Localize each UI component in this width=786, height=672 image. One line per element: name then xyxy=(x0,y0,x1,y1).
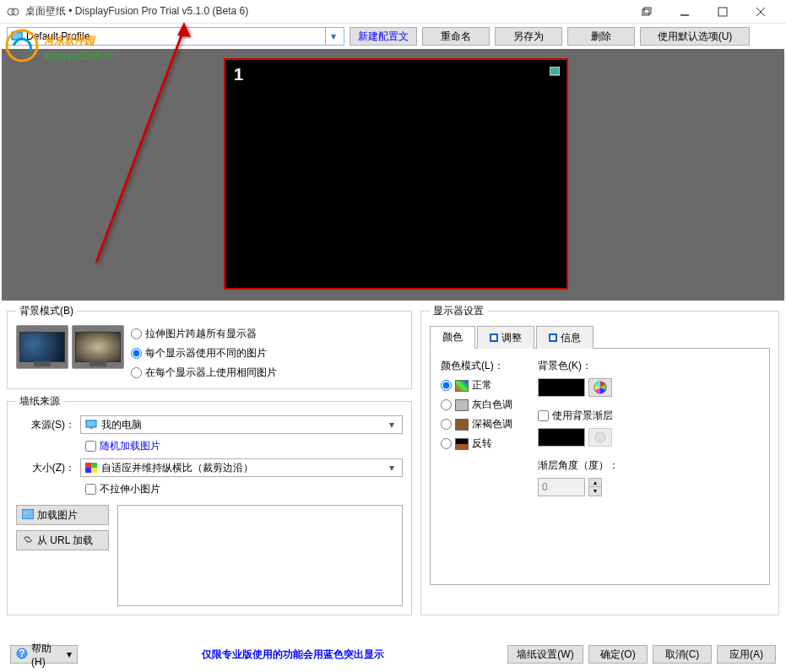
square-icon xyxy=(549,333,557,342)
load-url-button[interactable]: 从 URL 加载 xyxy=(16,530,109,550)
color-wheel-icon xyxy=(594,431,607,444)
profile-select[interactable]: ▾ xyxy=(7,27,344,46)
tab-content-color: 颜色模式(L)： 正常 灰白色调 深褐色调 反转 背景色(K)： 使用背景渐层 xyxy=(430,349,770,585)
fit-icon xyxy=(84,462,98,474)
monitor-preview[interactable]: 1 xyxy=(224,58,568,290)
svg-point-24 xyxy=(595,432,605,442)
close-button[interactable] xyxy=(741,0,779,24)
maximize-button[interactable] xyxy=(703,0,741,24)
svg-rect-17 xyxy=(85,463,91,468)
apply-button[interactable]: 应用(A) xyxy=(717,645,776,664)
save-as-button[interactable]: 另存为 xyxy=(495,27,562,46)
link-icon xyxy=(22,534,34,547)
bgmode-thumb-1[interactable] xyxy=(16,325,68,369)
load-image-button[interactable]: 加载图片 xyxy=(16,505,109,525)
help-button[interactable]: ? 帮助(H) ▾ xyxy=(10,645,78,664)
tab-color[interactable]: 颜色 xyxy=(430,326,475,349)
bgmode-same-radio[interactable]: 在每个显示器上使用相同图片 xyxy=(131,366,277,380)
chevron-down-icon: ▾ xyxy=(385,419,398,431)
bgmode-span-radio[interactable]: 拉伸图片跨越所有显示器 xyxy=(131,327,277,341)
gradient-angle-label: 渐层角度（度）： xyxy=(538,458,619,473)
monitor-preview-area: 1 xyxy=(2,49,784,301)
app-icon xyxy=(7,5,20,19)
gradient-color-swatch[interactable] xyxy=(538,428,585,447)
monitor-legend: 显示器设置 xyxy=(430,304,487,318)
svg-rect-3 xyxy=(644,8,651,14)
color-mode-normal[interactable]: 正常 xyxy=(441,378,512,393)
svg-rect-16 xyxy=(89,427,93,429)
spinner-down[interactable]: ▾ xyxy=(588,487,602,496)
image-icon xyxy=(22,509,34,522)
wallpaper-list[interactable] xyxy=(117,505,403,606)
footer: ? 帮助(H) ▾ 仅限专业版使用的功能会用蓝色突出显示 墙纸设置(W) 确定(… xyxy=(0,645,786,664)
svg-point-22 xyxy=(24,511,27,513)
bgcolor-label: 背景色(K)： xyxy=(538,359,619,373)
color-mode-invert[interactable]: 反转 xyxy=(441,436,512,451)
gradient-picker-button[interactable] xyxy=(588,428,612,447)
color-mode-sepia[interactable]: 深褐色调 xyxy=(441,417,512,431)
monitor-icon xyxy=(550,67,560,77)
rename-button[interactable]: 重命名 xyxy=(422,27,490,46)
svg-point-1 xyxy=(12,8,19,15)
computer-icon xyxy=(84,419,98,431)
use-defaults-button[interactable]: 使用默认选项(U) xyxy=(640,27,750,46)
bgmode-thumbnails xyxy=(16,325,124,380)
monitor-tabs: 颜色 调整 信息 xyxy=(430,325,770,349)
gradient-check[interactable]: 使用背景渐层 xyxy=(538,409,619,423)
svg-rect-21 xyxy=(22,509,34,519)
no-stretch-check[interactable]: 不拉伸小图片 xyxy=(85,482,403,496)
color-mode-gray[interactable]: 灰白色调 xyxy=(441,398,512,412)
size-select[interactable]: 自适应并维持纵横比（裁剪边沿） ▾ xyxy=(80,458,403,477)
restore-button[interactable] xyxy=(627,0,665,24)
size-label: 大小(Z)： xyxy=(16,461,75,475)
monitor-number: 1 xyxy=(234,65,243,84)
svg-rect-13 xyxy=(12,32,22,40)
source-select[interactable]: 我的电脑 ▾ xyxy=(80,415,403,434)
color-wheel-icon xyxy=(594,381,607,394)
profile-toolbar: ▾ 新建配置文 重命名 另存为 删除 使用默认选项(U) xyxy=(0,24,786,49)
source-label: 来源(S)： xyxy=(16,418,75,432)
bgmode-thumb-2[interactable] xyxy=(72,325,124,369)
minimize-button[interactable] xyxy=(665,0,703,24)
svg-rect-14 xyxy=(550,67,560,75)
svg-rect-18 xyxy=(91,463,97,468)
pro-hint: 仅限专业版使用的功能会用蓝色突出显示 xyxy=(78,648,507,662)
bgcolor-picker-button[interactable] xyxy=(588,378,612,397)
svg-rect-5 xyxy=(718,8,727,16)
source-legend: 墙纸来源 xyxy=(16,394,63,409)
cancel-button[interactable]: 取消(C) xyxy=(653,645,712,664)
new-config-button[interactable]: 新建配置文 xyxy=(350,27,417,46)
background-mode-group: 背景模式(B) 拉伸图片跨越所有显示器 每个显示器使用不同的图片 在每个显示器上… xyxy=(7,304,412,389)
random-load-check[interactable]: 随机加载图片 xyxy=(85,439,403,453)
svg-rect-20 xyxy=(91,468,97,473)
bgmode-legend: 背景模式(B) xyxy=(16,304,77,318)
gradient-angle-input[interactable] xyxy=(538,478,585,496)
wallpaper-source-group: 墙纸来源 来源(S)： 我的电脑 ▾ 随机加载图片 大小(Z)： 自适应并维持纵… xyxy=(7,394,412,615)
delete-button[interactable]: 删除 xyxy=(567,27,635,46)
chevron-down-icon: ▾ xyxy=(385,462,398,474)
spinner-up[interactable]: ▴ xyxy=(588,478,602,487)
chevron-down-icon[interactable]: ▾ xyxy=(325,28,340,45)
monitor-settings-group: 显示器设置 颜色 调整 信息 颜色模式(L)： 正常 灰白色调 深褐色调 反转 … xyxy=(420,304,779,615)
tab-adjust[interactable]: 调整 xyxy=(477,326,534,349)
help-icon: ? xyxy=(16,648,28,662)
ok-button[interactable]: 确定(O) xyxy=(588,645,648,664)
svg-rect-2 xyxy=(642,9,649,15)
titlebar: 桌面壁纸 • DisplayFusion Pro Trial v5.1.0 (B… xyxy=(0,0,786,24)
svg-rect-15 xyxy=(86,420,96,427)
bgcolor-swatch[interactable] xyxy=(538,378,585,397)
color-mode-label: 颜色模式(L)： xyxy=(441,359,512,373)
square-icon xyxy=(490,333,498,342)
bgmode-each-radio[interactable]: 每个显示器使用不同的图片 xyxy=(131,346,277,360)
tab-info[interactable]: 信息 xyxy=(536,326,594,349)
svg-rect-19 xyxy=(85,468,91,473)
wallpaper-settings-button[interactable]: 墙纸设置(W) xyxy=(507,645,583,664)
svg-text:?: ? xyxy=(19,648,24,659)
window-title: 桌面壁纸 • DisplayFusion Pro Trial v5.1.0 (B… xyxy=(25,4,627,19)
profile-input[interactable] xyxy=(26,30,325,42)
